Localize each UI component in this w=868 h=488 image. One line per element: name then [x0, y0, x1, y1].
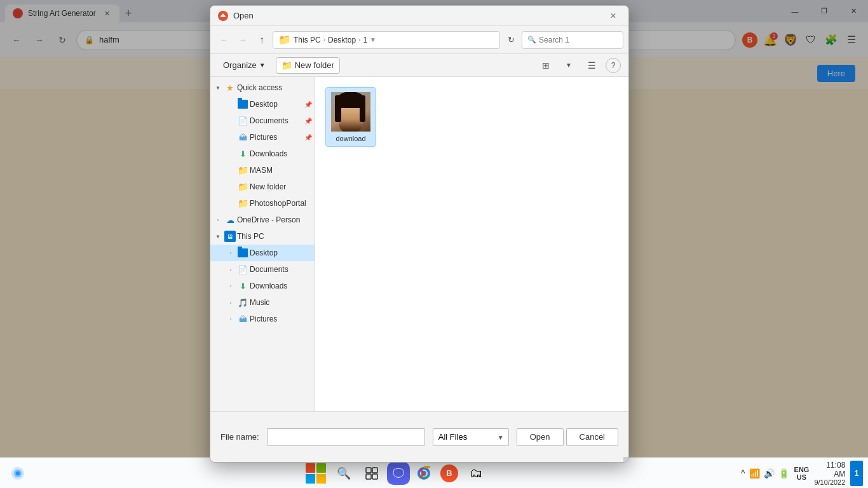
sidebar-item-documents-pc[interactable]: › 📄 Documents	[210, 261, 315, 278]
sidebar-item-desktop-pc[interactable]: › Desktop	[210, 245, 315, 261]
path-seg-1: 1	[363, 36, 367, 44]
desktop-expand[interactable]: ›	[226, 248, 236, 258]
path-folder-icon: 📁	[278, 34, 291, 46]
dialog-action-btns: Open Cancel	[517, 428, 618, 446]
taskbar-cortana[interactable]	[5, 461, 31, 486]
tray-chevron[interactable]: ^	[741, 468, 745, 478]
clock[interactable]: 11:08 AM 9/10/2022	[814, 461, 845, 486]
taskbar-discord[interactable]	[387, 462, 410, 485]
dialog-body: ▼ ★ Quick access Desktop 📌 📄 Documents 📌	[210, 77, 628, 411]
dialog-title: Open	[233, 11, 606, 20]
organize-btn[interactable]: Organize ▼	[218, 58, 271, 72]
path-dropdown-arrow[interactable]: ▼	[370, 36, 376, 43]
pictures-expand[interactable]: ›	[226, 314, 236, 324]
dialog-forward-btn[interactable]: →	[234, 32, 251, 48]
new-folder-label: New folder	[295, 60, 334, 70]
svg-rect-7	[372, 474, 377, 479]
pictures-qa-pin: 📌	[304, 134, 312, 141]
path-seg-desktop: Desktop	[328, 36, 356, 44]
help-btn[interactable]: ?	[606, 58, 621, 73]
documents-expand[interactable]: ›	[226, 264, 236, 274]
music-icon: 🎵	[237, 297, 248, 308]
resize-handle[interactable]	[623, 457, 628, 462]
downloads-pc-icon: ⬇	[237, 280, 248, 292]
organize-dropdown-icon: ▼	[259, 62, 266, 69]
newfolder-icon: 📁	[237, 181, 248, 193]
documents-qa-icon: 📄	[237, 115, 248, 126]
filetype-dropdown[interactable]: All Files	[433, 428, 509, 446]
lang-line1: ENG	[794, 466, 810, 473]
music-expand[interactable]: ›	[226, 297, 236, 308]
sidebar-item-photoshop[interactable]: 📁 PhotoshopPortal	[210, 195, 315, 212]
dialog-footer: File name: All Files Open Cancel	[210, 411, 628, 462]
sidebar-item-desktop-qa[interactable]: Desktop 📌	[210, 96, 315, 112]
svg-rect-4	[366, 468, 371, 473]
search-taskbar-btn[interactable]: 🔍	[331, 461, 356, 486]
new-folder-btn[interactable]: 📁 New folder	[276, 57, 340, 74]
taskbar-files[interactable]: 🗂	[463, 461, 489, 486]
view-layout-btn[interactable]: ⊞	[537, 57, 555, 74]
dialog-app-icon	[218, 11, 228, 21]
filetype-wrapper: All Files	[433, 428, 509, 446]
sidebar-item-pictures-pc[interactable]: › 🏔 Pictures	[210, 311, 315, 327]
taskbar-chrome[interactable]	[412, 462, 435, 485]
language-indicator[interactable]: ENG US	[794, 466, 810, 481]
onedrive-header[interactable]: › ☁ OneDrive - Person	[210, 212, 315, 228]
clock-time: 11:08 AM	[814, 461, 845, 478]
search-input[interactable]	[539, 36, 615, 44]
start-btn[interactable]	[303, 461, 329, 486]
view-dropdown-btn[interactable]: ▼	[560, 57, 578, 74]
downloads-qa-label: Downloads	[250, 149, 312, 158]
thispc-expand[interactable]: ▼	[213, 231, 223, 241]
pictures-qa-label: Pictures	[250, 133, 303, 142]
masm-label: MASM	[250, 166, 312, 175]
dialog-refresh-btn[interactable]: ↻	[503, 32, 519, 48]
photoshop-icon: 📁	[237, 198, 248, 209]
sidebar-item-masm[interactable]: 📁 MASM	[210, 162, 315, 179]
music-label: Music	[250, 298, 312, 307]
filename-input[interactable]	[267, 428, 425, 446]
taskbar-left	[0, 461, 51, 486]
sidebar-item-music[interactable]: › 🎵 Music	[210, 294, 315, 311]
open-btn[interactable]: Open	[517, 428, 564, 446]
sidebar-item-downloads-pc[interactable]: › ⬇ Downloads	[210, 278, 315, 294]
clock-date: 9/10/2022	[814, 478, 845, 486]
downloads-expand[interactable]: ›	[226, 281, 236, 291]
dialog-titlebar: Open ✕	[210, 6, 628, 26]
view-details-btn[interactable]: ☰	[583, 57, 600, 74]
dialog-up-btn[interactable]: ↑	[254, 32, 270, 48]
svg-rect-6	[366, 474, 371, 479]
quick-access-expand[interactable]: ▼	[213, 83, 223, 93]
organize-label: Organize	[223, 60, 257, 70]
dialog-path-bar[interactable]: 📁 This PC › Desktop › 1 ▼	[273, 31, 500, 49]
notification-badge[interactable]: 1	[850, 461, 863, 486]
cancel-btn[interactable]: Cancel	[566, 428, 618, 446]
onedrive-expand[interactable]: ›	[213, 215, 223, 225]
file-item-download[interactable]: download	[325, 87, 376, 147]
pictures-qa-icon: 🏔	[237, 132, 248, 143]
dialog-back-btn[interactable]: ←	[215, 32, 232, 48]
svg-rect-5	[372, 468, 377, 473]
file-thumbnail	[330, 92, 371, 132]
dialog-addressbar: ← → ↑ 📁 This PC › Desktop › 1 ▼ ↻ 🔍	[210, 26, 628, 54]
dialog-close-btn[interactable]: ✕	[606, 8, 621, 24]
battery-icon[interactable]: 🔋	[778, 468, 789, 478]
volume-icon[interactable]: 🔊	[764, 468, 775, 478]
downloads-qa-icon: ⬇	[237, 148, 248, 159]
desktop-pc-label: Desktop	[250, 248, 312, 257]
dialog-search-box[interactable]: 🔍	[522, 31, 623, 49]
desktop-qa-label: Desktop	[250, 100, 303, 109]
wifi-icon[interactable]: 📶	[749, 468, 760, 478]
sidebar-item-downloads-qa[interactable]: ⬇ Downloads	[210, 146, 315, 162]
sidebar-item-pictures-qa[interactable]: 🏔 Pictures 📌	[210, 129, 315, 146]
sidebar-item-documents-qa[interactable]: 📄 Documents 📌	[210, 112, 315, 129]
sidebar-item-newfolder-qa[interactable]: 📁 New folder	[210, 179, 315, 195]
documents-qa-label: Documents	[250, 116, 303, 125]
thispc-header[interactable]: ▼ 🖥 This PC	[210, 228, 315, 245]
downloads-pc-label: Downloads	[250, 281, 312, 290]
taskview-btn[interactable]	[359, 461, 384, 486]
taskbar-brave[interactable]: B	[438, 462, 461, 485]
path-seg-thispc: This PC	[294, 36, 321, 44]
quick-access-header[interactable]: ▼ ★ Quick access	[210, 79, 315, 96]
onedrive-label: OneDrive - Person	[237, 215, 312, 224]
